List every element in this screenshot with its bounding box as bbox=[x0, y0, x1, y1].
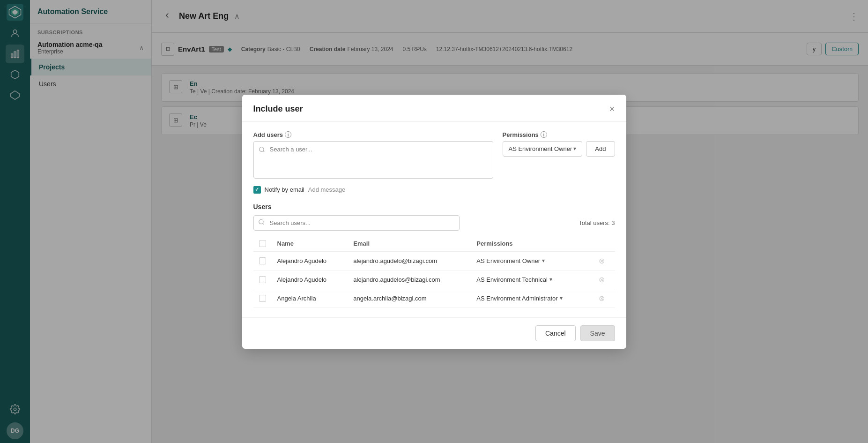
users-search-input[interactable] bbox=[253, 215, 460, 231]
users-search-icon bbox=[258, 219, 265, 227]
svg-line-12 bbox=[263, 150, 264, 152]
row-1-permission: AS Environment Owner ▾ bbox=[471, 251, 593, 270]
permissions-label: Permissions i bbox=[503, 131, 615, 138]
select-all-checkbox[interactable] bbox=[259, 240, 266, 247]
table-row: Alejandro Agudelo alejandro.agudelos@biz… bbox=[253, 270, 615, 289]
add-users-row: Add users i Permis bbox=[253, 131, 615, 179]
add-users-input[interactable] bbox=[270, 146, 487, 153]
row-1-remove: ⊗ bbox=[593, 251, 615, 270]
row-2-name: Alejandro Agudelo bbox=[272, 270, 348, 289]
table-row: Angela Archila angela.archila@bizagi.com… bbox=[253, 289, 615, 308]
total-users-count: Total users: 3 bbox=[579, 219, 615, 226]
users-table: Name Email Permissions Alejandro Agudelo… bbox=[253, 236, 615, 308]
row-2-email: alejandro.agudelos@bizagi.com bbox=[348, 270, 471, 289]
modal-body: Add users i Permis bbox=[242, 122, 626, 317]
permissions-dropdown[interactable]: AS Environment Owner ▾ bbox=[503, 141, 583, 157]
row-1-checkbox[interactable] bbox=[259, 257, 266, 264]
modal-title: Include user bbox=[253, 104, 303, 114]
notify-label: Notify by email bbox=[265, 186, 304, 193]
permissions-selected: AS Environment Owner bbox=[509, 145, 572, 152]
modal-backdrop: Include user × Add users i bbox=[0, 0, 868, 443]
cancel-button[interactable]: Cancel bbox=[535, 325, 576, 341]
add-users-right: Permissions i AS Environment Owner ▾ Add bbox=[503, 131, 615, 179]
row-1-email: alejandro.agudelo@bizagi.com bbox=[348, 251, 471, 270]
row-3-name: Angela Archila bbox=[272, 289, 348, 308]
users-search-box bbox=[253, 215, 460, 231]
add-users-label: Add users i bbox=[253, 131, 493, 138]
row-checkbox-2 bbox=[253, 270, 272, 289]
users-section-header: Users bbox=[253, 203, 615, 210]
table-header-checkbox bbox=[253, 236, 272, 251]
row-1-perm-chevron[interactable]: ▾ bbox=[542, 257, 545, 264]
row-3-perm-chevron[interactable]: ▾ bbox=[560, 295, 563, 301]
row-3-permission: AS Environment Administrator ▾ bbox=[471, 289, 593, 308]
row-3-remove-icon[interactable]: ⊗ bbox=[599, 294, 605, 302]
chevron-down-icon: ▾ bbox=[573, 145, 576, 152]
add-message-link[interactable]: Add message bbox=[308, 186, 346, 193]
search-area-icon bbox=[259, 146, 265, 154]
permissions-row: AS Environment Owner ▾ Add bbox=[503, 141, 615, 157]
row-2-permission: AS Environment Technical ▾ bbox=[471, 270, 593, 289]
row-3-checkbox[interactable] bbox=[259, 295, 266, 302]
notify-row: ✓ Notify by email Add message bbox=[253, 186, 615, 194]
row-checkbox-3 bbox=[253, 289, 272, 308]
row-1-name: Alejandro Agudelo bbox=[272, 251, 348, 270]
table-header-email: Email bbox=[348, 236, 471, 251]
row-2-remove: ⊗ bbox=[593, 270, 615, 289]
table-row: Alejandro Agudelo alejandro.agudelo@biza… bbox=[253, 251, 615, 270]
row-2-remove-icon[interactable]: ⊗ bbox=[599, 276, 605, 284]
modal-header: Include user × bbox=[242, 95, 626, 122]
include-user-modal: Include user × Add users i bbox=[242, 95, 626, 349]
permissions-add-button[interactable]: Add bbox=[586, 141, 615, 157]
row-2-checkbox[interactable] bbox=[259, 276, 266, 283]
permissions-info-icon[interactable]: i bbox=[541, 131, 547, 138]
svg-line-14 bbox=[262, 223, 264, 225]
notify-checkbox[interactable]: ✓ bbox=[253, 186, 261, 194]
add-users-search-area[interactable] bbox=[253, 141, 493, 179]
row-checkbox-1 bbox=[253, 251, 272, 270]
add-users-info-icon[interactable]: i bbox=[285, 131, 291, 138]
row-2-perm-chevron[interactable]: ▾ bbox=[549, 276, 552, 283]
users-section-title: Users bbox=[253, 203, 272, 210]
row-3-remove: ⊗ bbox=[593, 289, 615, 308]
checkmark-icon: ✓ bbox=[255, 187, 259, 193]
svg-point-13 bbox=[259, 219, 263, 224]
table-header-name: Name bbox=[272, 236, 348, 251]
table-header-permissions: Permissions bbox=[471, 236, 593, 251]
row-3-email: angela.archila@bizagi.com bbox=[348, 289, 471, 308]
modal-close-button[interactable]: × bbox=[609, 104, 615, 113]
table-header-actions bbox=[593, 236, 615, 251]
svg-point-11 bbox=[259, 147, 263, 151]
save-button[interactable]: Save bbox=[580, 325, 615, 341]
users-search-row: Total users: 3 bbox=[253, 215, 615, 231]
row-1-remove-icon[interactable]: ⊗ bbox=[599, 257, 605, 265]
add-users-left: Add users i bbox=[253, 131, 493, 179]
modal-footer: Cancel Save bbox=[242, 317, 626, 349]
